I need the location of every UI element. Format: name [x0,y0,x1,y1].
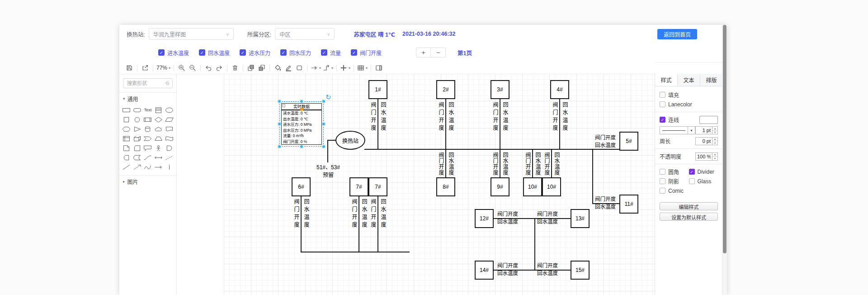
shape-actor[interactable] [153,144,164,152]
station-node-7b[interactable]: 7# [368,177,387,196]
valve-opening-vlabel[interactable]: 阀门开度 [293,199,299,229]
valve-opening-vlabel[interactable]: 阀门开度 [492,152,498,176]
section-general[interactable]: ▾ 通用 [119,92,176,105]
return-temp-vlabel[interactable]: 回水温度 [502,152,508,176]
fill-color-button[interactable] [272,63,283,73]
partition-select[interactable]: 中区 ∨ [275,28,335,40]
shape-cube[interactable] [132,135,143,142]
glass-checkbox[interactable] [689,178,695,184]
zoom-in-button[interactable] [176,63,187,73]
shape-and[interactable] [121,154,132,161]
add-button[interactable]: + [416,48,431,57]
resize-handle-n[interactable] [300,100,303,103]
shape-internal-storage[interactable] [121,135,132,142]
format-panel-button[interactable] [373,63,384,73]
return-temp-vlabel[interactable]: 回水温度 [502,102,508,133]
valve-opening-vlabel[interactable]: 阀门开度 [525,152,530,176]
perimeter-stepper[interactable]: ▲▼ [712,137,718,145]
node-14-labels[interactable]: 阀门开度 回水温度 [497,262,518,277]
opacity-stepper[interactable]: ▲▼ [712,152,718,161]
line-color-button[interactable] [283,63,294,73]
divider-checkbox-checked[interactable] [689,169,695,175]
reserved-note[interactable]: 51#、53# 预留 [311,164,345,179]
valve-opening-vlabel[interactable]: 阀门开度 [492,102,498,133]
station-node-8[interactable]: 8# [436,177,455,196]
search-input[interactable] [126,80,165,86]
step-down-icon[interactable]: ▼ [712,157,717,160]
rounded-option[interactable]: 圆角 [660,167,689,176]
checkbox-checked-icon[interactable] [280,49,287,56]
return-temp-vlabel[interactable]: 回水温度 [448,102,453,133]
shape-tape[interactable] [164,135,175,142]
line-width-input[interactable] [695,126,712,134]
shape-rectangle[interactable] [121,106,132,114]
vertical-scrollbar[interactable] [722,25,727,295]
step-down-icon[interactable]: ▼ [712,141,717,145]
selected-realtime-data-card[interactable]: − 实时数据 进水温度: 0 ℃ 出水温度: 0 ℃ 进水压力: 0 MPa 出… [281,103,322,145]
metric-toggle-inlet-pressure[interactable]: 进水压力 [240,49,270,57]
back-to-home-button[interactable]: 返回到首页 [657,29,697,39]
undo-button[interactable] [203,63,214,73]
connector-line[interactable] [559,99,560,150]
rotate-handle-icon[interactable]: ↻ [326,93,331,101]
scrollbar-thumb[interactable] [723,25,726,253]
line-color-swatch[interactable] [699,116,718,124]
fill-option[interactable]: 填充 [660,90,718,100]
return-temp-vlabel[interactable]: 回水温度 [380,199,386,229]
comic-option[interactable]: Comic [660,186,689,195]
resize-handle-e[interactable] [322,122,326,126]
resize-handle-ne[interactable] [322,100,326,103]
shadow-checkbox[interactable] [660,178,665,184]
line-width-stepper[interactable]: ▲▼ [712,126,718,134]
connector-line[interactable] [377,99,378,150]
insert-button[interactable]: ▾ [339,63,351,73]
shape-dashed-line[interactable] [164,154,175,161]
connector-line[interactable] [359,196,359,252]
send-to-back-button[interactable] [256,63,267,73]
shape-bidirectional-arrow[interactable] [153,154,164,161]
station-node-12[interactable]: 12# [475,209,494,228]
table-button[interactable]: ▾ [356,63,368,73]
shape-cloud[interactable] [153,125,164,133]
valve-opening-vlabel[interactable]: 阀门开度 [438,152,443,176]
step-up-icon[interactable]: ▲ [712,127,717,131]
shape-arrow[interactable] [153,163,164,171]
valve-opening-vlabel[interactable]: 阀门开度 [370,102,376,133]
connection-arrow-button[interactable]: ▾ [310,63,322,73]
resize-handle-se[interactable] [322,145,326,148]
shape-rounded-rectangle[interactable] [132,106,143,114]
shape-search-box[interactable] [123,78,173,88]
shape-callout[interactable] [142,144,153,152]
lanecolor-checkbox[interactable] [660,101,665,107]
tab-text[interactable]: 文本 [677,74,700,86]
shape-card[interactable] [153,106,164,114]
line-style-select[interactable]: ▼ [660,126,695,134]
opacity-input[interactable] [695,152,712,161]
node-11-labels[interactable]: 阀门开度 回水温度 [586,195,616,211]
edit-style-button[interactable]: 编辑样式 [660,202,718,210]
shape-curve[interactable] [142,154,153,161]
connector-line[interactable] [532,150,533,177]
remove-button[interactable]: − [431,48,446,57]
node-15-labels[interactable]: 阀门开度 回水温度 [537,262,558,277]
reserved-stub-line[interactable] [327,140,328,162]
shape-triangle[interactable] [132,125,143,133]
return-temp-vlabel[interactable]: 回水温度 [303,199,309,229]
metric-toggle-return-pressure[interactable]: 回水压力 [280,49,311,57]
section-images[interactable]: ▸ 图片 [119,175,176,187]
checkbox-checked-icon[interactable] [158,49,165,56]
station-node-11[interactable]: 11# [619,195,638,214]
station-node-13[interactable]: 13# [571,209,590,228]
rounded-checkbox[interactable] [660,169,665,175]
redo-button[interactable] [214,63,225,73]
valve-opening-vlabel[interactable]: 阀门开度 [370,199,376,229]
station-node-14[interactable]: 14# [475,261,494,280]
heat-exchange-station-node[interactable]: 换热站 [335,131,365,150]
station-node-4[interactable]: 4# [550,80,569,99]
return-temp-vlabel[interactable]: 回水温度 [361,199,367,229]
step-down-icon[interactable]: ▼ [712,131,717,134]
valve-opening-vlabel[interactable]: 阀门开度 [351,199,357,229]
tab-style[interactable]: 样式 [655,74,677,86]
station-select[interactable]: 华润九里样图 ∨ [149,28,234,40]
metric-toggle-valve-opening[interactable]: 阀门开度 [351,49,382,57]
